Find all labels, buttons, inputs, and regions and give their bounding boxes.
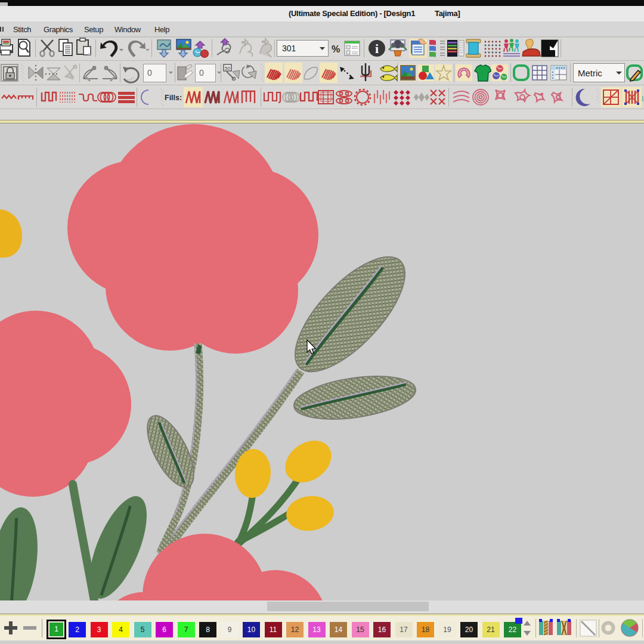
svg-text:0: 0	[147, 68, 152, 78]
svg-text:%: %	[332, 44, 340, 54]
svg-text:Metric: Metric	[578, 68, 602, 78]
svg-text:Fills:: Fills:	[165, 94, 182, 102]
svg-text:0: 0	[199, 68, 204, 78]
svg-text:50: 50	[225, 66, 230, 71]
svg-text:I: I	[642, 94, 644, 103]
svg-text:301: 301	[282, 44, 296, 53]
svg-text:i: i	[375, 41, 379, 56]
